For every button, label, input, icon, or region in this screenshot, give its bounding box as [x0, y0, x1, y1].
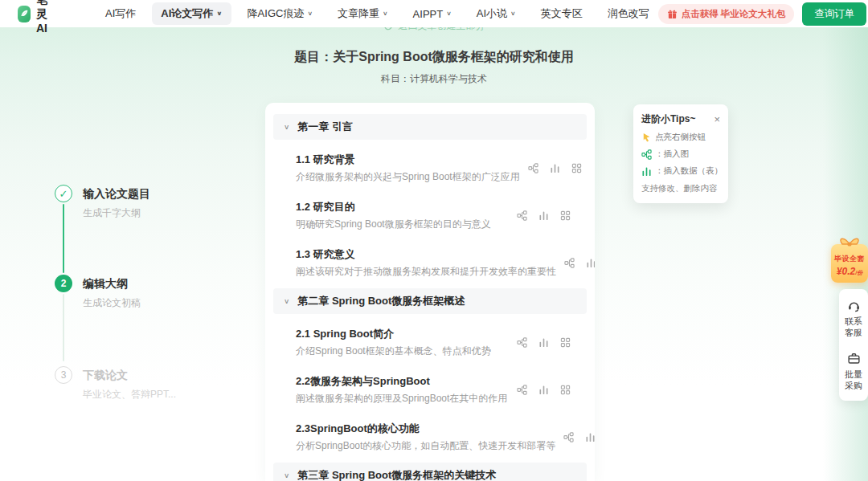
tip-line-insert-data: ：插入数据（表） [641, 165, 720, 177]
gift-price: ¥0.2/份 [833, 266, 866, 277]
insert-figure-icon[interactable] [517, 385, 527, 395]
nav-item-label: 润色改写 [608, 6, 649, 21]
nav-item-label: AIPPT [413, 8, 444, 20]
insert-figure-icon[interactable] [563, 432, 574, 442]
service-label: 联系客服 [844, 316, 863, 339]
step-enter-title: ✓ 输入论文题目 生成千字大纲 [55, 185, 150, 220]
insert-data-icon[interactable] [538, 210, 549, 221]
outline-item-desc[interactable]: 阐述微服务架构的原理及SpringBoot在其中的作用 [296, 391, 507, 406]
outline-item-title[interactable]: 1.1 研究背景 [296, 152, 520, 168]
insert-figure-icon[interactable] [528, 163, 538, 173]
insert-data-icon[interactable] [538, 337, 549, 348]
paper-subject: 科目：计算机科学与技术 [0, 72, 868, 86]
insert-data-icon[interactable] [586, 258, 595, 268]
bulk-purchase-button[interactable]: 批量采购 [844, 352, 863, 392]
outline-item-2-1[interactable]: 2.1 Spring Boot简介 介绍Spring Boot框架的基本概念、特… [273, 319, 587, 366]
step-desc: 生成论文初稿 [83, 296, 141, 310]
chevron-down-icon: ∨ [307, 10, 313, 17]
check-icon: ✓ [55, 185, 72, 202]
item-actions [517, 385, 571, 395]
outline-item-title[interactable]: 1.2 研究目的 [296, 199, 491, 215]
insert-figure-icon[interactable] [564, 258, 575, 268]
outline-item-title[interactable]: 2.3SpringBoot的核心功能 [296, 421, 555, 437]
outline-item-desc[interactable]: 明确研究Spring Boot微服务框架的目的与意义 [296, 217, 491, 232]
more-options-icon[interactable] [560, 337, 571, 348]
chevron-down-icon[interactable]: ∨ [284, 297, 289, 304]
step-edit-outline: 2 编辑大纲 生成论文初稿 [55, 275, 141, 310]
chapter-title: 第一章 引言 [297, 120, 353, 134]
tip-note: 支持修改、删除内容 [641, 183, 720, 194]
insert-figure-icon [641, 149, 652, 160]
tip-text: 点亮右侧按钮 [655, 132, 706, 143]
promo-banner[interactable]: 点击获得 毕业论文大礼包 [658, 4, 795, 24]
headset-icon [847, 299, 861, 312]
step-number-badge: 3 [55, 366, 72, 384]
app-logo[interactable]: 笔灵AI [18, 0, 51, 35]
tips-popover: 进阶小Tips~ × 点亮右侧按钮 ：插入图 ：插入数据（表） 支持修改、删除内… [633, 104, 728, 203]
outline-item-title[interactable]: 1.3 研究意义 [296, 247, 556, 263]
outline-item-title[interactable]: 2.1 Spring Boot简介 [296, 326, 491, 342]
nav-item-aigc-trace[interactable]: 降AIGC痕迹 ∨ [239, 2, 321, 25]
nav-item-ai-writing[interactable]: AI写作 [96, 2, 145, 25]
step-download-thesis: 3 下载论文 毕业论文、答辩PPT... [55, 366, 176, 402]
more-options-icon[interactable] [571, 163, 582, 173]
logo-leaf-icon [18, 6, 31, 22]
gift-bow-icon [836, 234, 863, 247]
nav-item-label: AI写作 [105, 6, 136, 21]
nav-menu: AI写作 AI论文写作 ∨ 降AIGC痕迹 ∨ 文章降重 ∨ AIPPT ∨ A… [96, 2, 658, 25]
gift-icon [667, 9, 678, 19]
chevron-down-icon: ∨ [446, 10, 452, 17]
item-actions [517, 210, 571, 221]
outline-item-title[interactable]: 2.2微服务架构与SpringBoot [296, 373, 507, 389]
step-title: 下载论文 [83, 366, 176, 384]
chapter-header-2[interactable]: ∨ 第二章 Spring Boot微服务框架概述 [273, 288, 587, 314]
outline-item-desc[interactable]: 介绍微服务架构的兴起与Spring Boot框架的广泛应用 [296, 169, 520, 185]
close-icon[interactable]: × [714, 114, 720, 124]
chapter-title: 第二章 Spring Boot微服务框架概述 [297, 294, 465, 308]
outline-item-2-3[interactable]: 2.3SpringBoot的核心功能 分析SpringBoot的核心功能，如自动… [273, 414, 587, 461]
chevron-down-icon[interactable]: ∨ [284, 471, 289, 479]
pointer-hand-icon [641, 132, 652, 143]
insert-data-icon[interactable] [550, 163, 560, 173]
outline-item-1-3[interactable]: 1.3 研究意义 阐述该研究对于推动微服务架构发展和提升开发效率的重要性 [273, 239, 587, 287]
chapter-header-1[interactable]: ∨ 第一章 引言 [273, 114, 587, 140]
nav-item-ai-thesis[interactable]: AI论文写作 ∨ [152, 2, 231, 25]
top-navbar: 笔灵AI AI写作 AI论文写作 ∨ 降AIGC痕迹 ∨ 文章降重 ∨ AIPP… [0, 0, 868, 27]
side-service-panel: 联系客服 批量采购 [839, 289, 868, 401]
promo-label: 点击获得 毕业论文大礼包 [682, 8, 786, 20]
gift-box: 毕设全套 ¥0.2/份 [831, 244, 868, 283]
chapter-title: 第三章 Spring Boot微服务框架的关键技术 [297, 468, 496, 481]
chevron-down-icon[interactable]: ∨ [284, 123, 289, 130]
outline-item-desc[interactable]: 分析SpringBoot的核心功能，如自动配置、快速开发和部署等 [296, 438, 555, 454]
tips-title: 进阶小Tips~ [641, 112, 695, 126]
nav-item-english-zone[interactable]: 英文专区 [532, 2, 592, 25]
chapter-header-3[interactable]: ∨ 第三章 Spring Boot微服务框架的关键技术 [273, 463, 587, 481]
gift-price-value: ¥0.2 [837, 266, 855, 277]
more-options-icon[interactable] [560, 385, 571, 395]
contact-support-button[interactable]: 联系客服 [844, 299, 863, 339]
paper-title: 题目：关于Spring Boot微服务框架的研究和使用 [0, 49, 868, 66]
nav-item-label: 英文专区 [541, 6, 583, 21]
tip-text: ：插入数据（表） [655, 165, 723, 177]
chevron-down-icon: ∨ [216, 10, 222, 17]
insert-data-icon[interactable] [585, 432, 595, 442]
tip-line-insert-figure: ：插入图 [641, 149, 720, 160]
outline-item-desc[interactable]: 阐述该研究对于推动微服务架构发展和提升开发效率的重要性 [296, 264, 556, 279]
gift-promo-widget[interactable]: 毕设全套 ¥0.2/份 [831, 238, 868, 283]
insert-figure-icon[interactable] [517, 210, 527, 221]
outline-item-2-2[interactable]: 2.2微服务架构与SpringBoot 阐述微服务架构的原理及SpringBoo… [273, 366, 587, 414]
outline-item-desc[interactable]: 介绍Spring Boot框架的基本概念、特点和优势 [296, 344, 491, 359]
nav-item-dedup[interactable]: 文章降重 ∨ [329, 2, 397, 25]
more-options-icon[interactable] [560, 210, 571, 221]
nav-item-ai-novel[interactable]: AI小说 ∨ [468, 2, 525, 25]
nav-right-cluster: 点击获得 毕业论文大礼包 查询订单 [658, 2, 868, 26]
nav-item-polish[interactable]: 润色改写 [599, 2, 658, 25]
outline-item-1-2[interactable]: 1.2 研究目的 明确研究Spring Boot微服务框架的目的与意义 [273, 192, 587, 239]
query-order-button[interactable]: 查询订单 [802, 2, 866, 26]
chevron-down-icon: ∨ [383, 10, 388, 17]
outline-item-1-1[interactable]: 1.1 研究背景 介绍微服务架构的兴起与Spring Boot框架的广泛应用 [273, 145, 587, 192]
insert-data-icon[interactable] [538, 385, 549, 395]
nav-item-aippt[interactable]: AIPPT ∨ [404, 4, 461, 24]
nav-item-label: 文章降重 [338, 6, 379, 21]
insert-figure-icon[interactable] [517, 337, 527, 348]
